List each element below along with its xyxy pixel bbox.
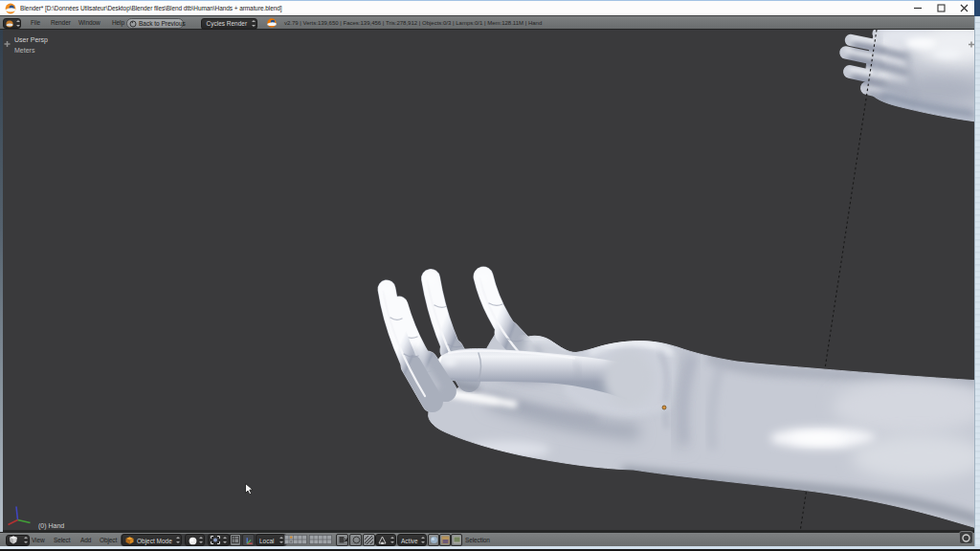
- svg-text:(0) Hand: (0) Hand: [38, 522, 64, 530]
- svg-text:Meters: Meters: [14, 47, 35, 54]
- svg-text:User Persp: User Persp: [14, 36, 48, 44]
